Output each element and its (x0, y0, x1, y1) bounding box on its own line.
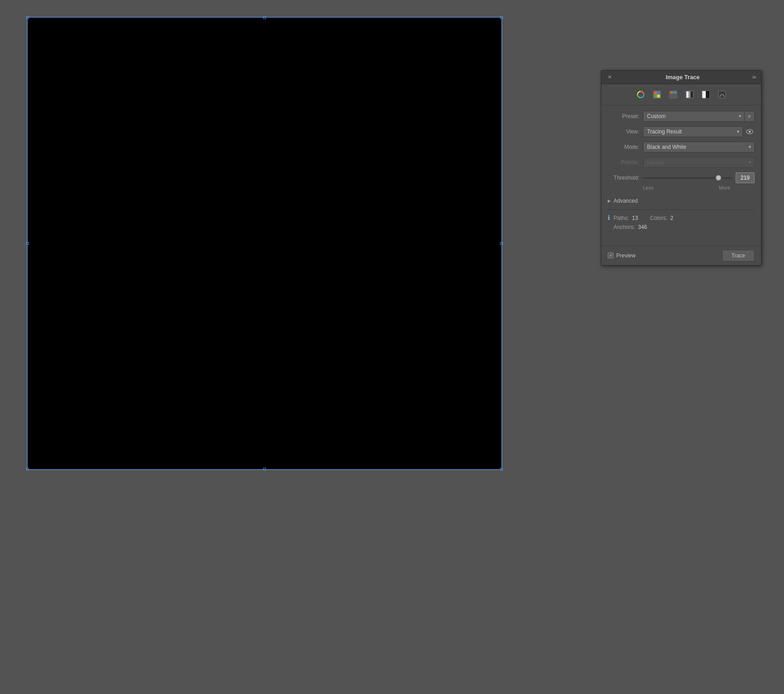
handle-tl[interactable] (26, 16, 29, 19)
svg-rect-3 (657, 91, 660, 95)
view-eye-button[interactable] (745, 126, 755, 137)
svg-rect-4 (654, 95, 657, 98)
svg-rect-14 (690, 91, 691, 98)
view-select-wrapper: Tracing Result Outlines Outlines with Tr… (643, 126, 743, 137)
handle-mr[interactable] (500, 242, 503, 245)
preset-list-button[interactable]: ≡ (745, 111, 755, 122)
paths-value: 13 (632, 215, 638, 221)
handle-tm[interactable] (263, 16, 266, 19)
palette-row: Palette: Limited Full Tone Automatic ▼ (608, 157, 755, 168)
mode-select[interactable]: Black and White Color Grayscale (643, 142, 755, 152)
handle-br[interactable] (500, 468, 503, 471)
panel-left-controls: ✕ (606, 74, 614, 81)
preview-label: Preview (616, 252, 636, 259)
svg-rect-8 (672, 91, 675, 94)
low-color-icon[interactable] (666, 89, 680, 100)
panel-footer: ✓ Preview Trace (601, 246, 761, 265)
outline-icon[interactable] (715, 89, 729, 100)
svg-rect-12 (686, 91, 688, 98)
threshold-row: Threshold: (608, 172, 755, 183)
view-row: View: Tracing Result Outlines Outlines w… (608, 126, 755, 137)
mode-select-wrapper: Black and White Color Grayscale ▼ (643, 142, 755, 152)
colors-label: Colors: (650, 215, 667, 221)
list-icon: ≡ (748, 114, 751, 119)
mode-row: Mode: Black and White Color Grayscale ▼ (608, 142, 755, 152)
more-label: More (719, 185, 730, 190)
anchors-value: 346 (638, 224, 647, 230)
panel-body: Preset: Custom Default High Fidelity Pho… (601, 105, 761, 246)
view-label: View: (608, 128, 639, 135)
less-label: Less (643, 185, 653, 190)
paths-label: Paths: (614, 215, 629, 221)
threshold-label: Threshold: (608, 175, 639, 181)
threshold-slider[interactable] (643, 177, 733, 179)
advanced-row[interactable]: ▶ Advanced (608, 195, 755, 207)
handle-bl[interactable] (26, 468, 29, 471)
handle-tr[interactable] (500, 16, 503, 19)
view-select[interactable]: Tracing Result Outlines Outlines with Tr… (643, 126, 743, 137)
auto-color-icon[interactable] (634, 89, 647, 100)
svg-rect-13 (688, 91, 690, 98)
svg-rect-5 (657, 95, 660, 98)
palette-select[interactable]: Limited Full Tone Automatic (643, 157, 755, 168)
black-white-icon[interactable] (699, 89, 713, 100)
panel-collapse-button[interactable]: ≫ (752, 75, 756, 80)
panel-title: Image Trace (666, 74, 699, 81)
colors-value: 2 (670, 215, 673, 221)
advanced-label: Advanced (614, 198, 638, 204)
svg-rect-17 (706, 91, 709, 98)
panel-close-button[interactable]: ✕ (606, 74, 614, 81)
svg-rect-10 (670, 94, 676, 98)
handle-bm[interactable] (263, 468, 266, 471)
canvas-image[interactable] (27, 17, 502, 470)
palette-label: Palette: (608, 159, 639, 166)
slider-labels: Less More (608, 185, 755, 190)
icon-toolbar (601, 84, 761, 105)
image-trace-panel: ✕ Image Trace ≫ (601, 70, 761, 266)
threshold-slider-wrapper (643, 177, 733, 179)
svg-rect-2 (654, 91, 657, 95)
preset-select[interactable]: Custom Default High Fidelity Photo Low F… (643, 111, 745, 122)
info-icon: ℹ (608, 214, 610, 221)
stats-text: Paths: 13 Colors: 2 Anchors: 346 (614, 214, 673, 232)
handle-ml[interactable] (26, 242, 29, 245)
mode-label: Mode: (608, 144, 639, 150)
advanced-arrow-icon: ▶ (608, 199, 611, 203)
palette-select-wrapper: Limited Full Tone Automatic ▼ (643, 157, 755, 168)
svg-point-20 (749, 131, 751, 133)
high-color-icon[interactable] (650, 89, 664, 100)
threshold-input[interactable] (736, 172, 755, 183)
preset-label: Preset: (608, 113, 639, 119)
anchors-label: Anchors: (614, 224, 635, 230)
panel-header: ✕ Image Trace ≫ (601, 71, 761, 84)
svg-rect-9 (675, 91, 676, 94)
preview-checkbox[interactable]: ✓ (608, 252, 614, 258)
trace-button[interactable]: Trace (722, 250, 755, 261)
svg-rect-15 (691, 91, 693, 98)
stats-area: ℹ Paths: 13 Colors: 2 Anchors: 346 (608, 209, 755, 236)
preset-row: Preset: Custom Default High Fidelity Pho… (608, 111, 755, 122)
grayscale-icon[interactable] (683, 89, 696, 100)
preset-select-wrapper: Custom Default High Fidelity Photo Low F… (643, 111, 745, 122)
preview-checkbox-row[interactable]: ✓ Preview (608, 252, 636, 259)
svg-rect-7 (670, 91, 672, 94)
